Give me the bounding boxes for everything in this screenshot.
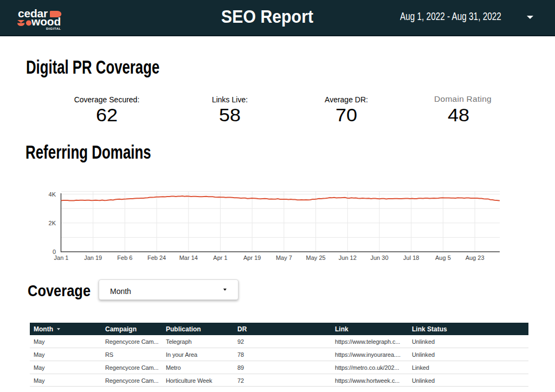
svg-text:4K: 4K [49, 191, 56, 198]
svg-text:Mar 14: Mar 14 [179, 254, 198, 261]
svg-text:Feb 24: Feb 24 [147, 254, 166, 261]
svg-text:Feb 6: Feb 6 [117, 254, 132, 261]
svg-text:May 25: May 25 [306, 254, 326, 261]
svg-text:Aug 23: Aug 23 [466, 254, 485, 261]
svg-text:May 7: May 7 [276, 254, 292, 261]
svg-text:Aug 5: Aug 5 [435, 254, 451, 261]
svg-text:Jan 1: Jan 1 [54, 254, 69, 261]
svg-text:Jun 12: Jun 12 [339, 254, 357, 261]
svg-text:Jan 19: Jan 19 [84, 254, 102, 261]
svg-text:2K: 2K [49, 220, 56, 226]
svg-text:Apr 1: Apr 1 [213, 254, 227, 261]
svg-text:Jun 30: Jun 30 [370, 254, 388, 261]
svg-text:Apr 19: Apr 19 [243, 254, 261, 261]
svg-text:Jul 18: Jul 18 [403, 254, 419, 261]
